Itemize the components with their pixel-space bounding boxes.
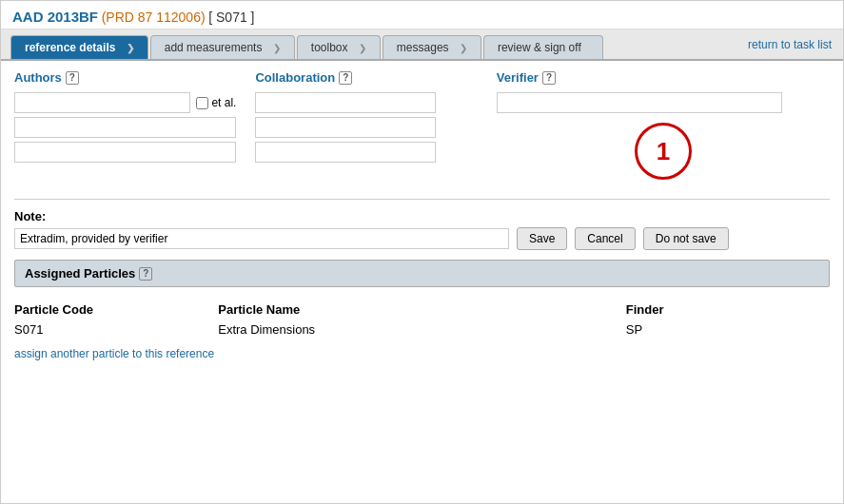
s-ref: [ S071 ] <box>208 10 254 25</box>
collaboration-input-3[interactable] <box>255 142 436 163</box>
assigned-particles-title: Assigned Particles ? <box>25 266 819 281</box>
verifier-header: Verifier ? <box>497 70 830 85</box>
verifier-help-icon[interactable]: ? <box>542 71 556 85</box>
tab-reference-details[interactable]: reference details <box>10 35 148 59</box>
return-to-task-list-link[interactable]: return to task list <box>748 38 832 51</box>
tab-messages[interactable]: messages <box>383 35 481 59</box>
assigned-particles-help-icon[interactable]: ? <box>139 267 152 281</box>
col-header-name: Particle Name <box>218 302 626 317</box>
particle-code: S071 <box>14 322 218 337</box>
collaboration-input-1[interactable] <box>255 92 436 113</box>
authors-help-icon[interactable]: ? <box>66 71 79 85</box>
particle-finder: SP <box>626 322 830 337</box>
collaboration-help-icon[interactable]: ? <box>339 71 352 85</box>
tab-add-measurements[interactable]: add measurements <box>150 35 295 59</box>
collaboration-input-2[interactable] <box>255 117 436 138</box>
cancel-button[interactable]: Cancel <box>575 227 635 250</box>
authors-header: Authors ? <box>14 70 236 85</box>
author-input-1[interactable] <box>14 92 190 113</box>
do-not-save-button[interactable]: Do not save <box>643 227 729 250</box>
assign-another-particle-link[interactable]: assign another particle to this referenc… <box>14 347 214 360</box>
tab-toolbox[interactable]: toolbox <box>297 35 381 59</box>
save-button[interactable]: Save <box>517 227 567 250</box>
etal-checkbox-wrapper: et al. <box>196 96 236 109</box>
col-header-code: Particle Code <box>14 302 218 317</box>
particles-table: Particle Code Particle Name Finder S071 … <box>14 295 830 346</box>
record-id: AAD 2013BF <box>12 9 98 25</box>
tab-review-sign-off[interactable]: review & sign off <box>483 35 603 59</box>
note-label: Note: <box>14 209 830 223</box>
assigned-particles-section: Assigned Particles ? <box>14 260 830 287</box>
col-header-finder: Finder <box>626 302 830 317</box>
etal-label: et al. <box>211 96 236 109</box>
verifier-circle: 1 <box>635 123 692 180</box>
particle-name: Extra Dimensions <box>218 322 626 337</box>
prd-ref: (PRD 87 112006) <box>102 10 206 25</box>
tabs-bar: reference details add measurements toolb… <box>1 29 843 61</box>
note-input[interactable] <box>14 228 509 249</box>
author-input-3[interactable] <box>14 142 236 163</box>
verifier-input[interactable] <box>497 92 782 113</box>
table-row: S071 Extra Dimensions SP <box>14 320 830 339</box>
author-input-2[interactable] <box>14 117 236 138</box>
etal-checkbox[interactable] <box>196 97 208 109</box>
particles-table-header: Particle Code Particle Name Finder <box>14 302 830 320</box>
collaboration-header: Collaboration ? <box>255 70 477 85</box>
